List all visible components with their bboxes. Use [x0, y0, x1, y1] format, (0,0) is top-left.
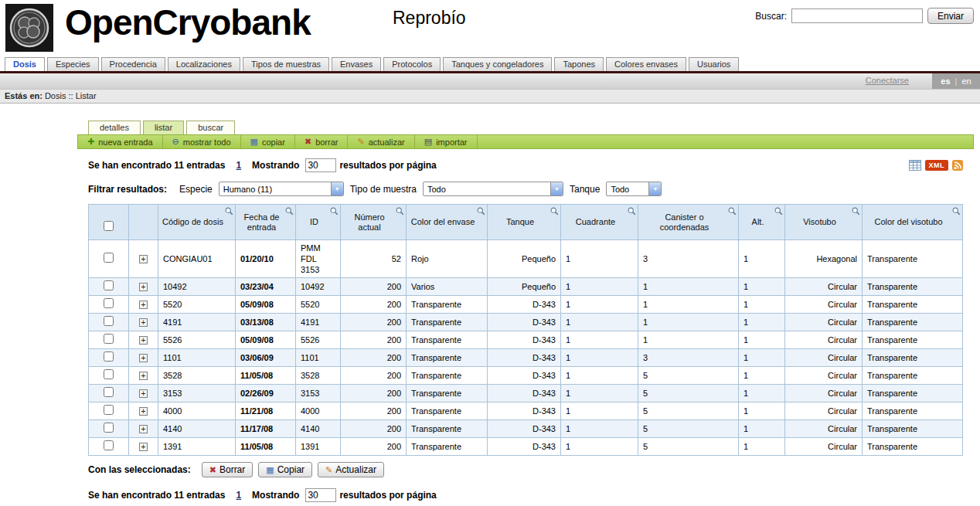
- column-header-codigo[interactable]: Código de dosis: [158, 205, 236, 240]
- select-all-header-cell: [89, 205, 129, 240]
- column-label: Fecha de entrada: [244, 212, 280, 232]
- rss-feed-icon[interactable]: [952, 160, 963, 171]
- borrar-selected-button[interactable]: ✖Borrar: [202, 462, 254, 477]
- expand-row-button[interactable]: +: [139, 255, 148, 263]
- tab-procedencia[interactable]: Procedencia: [101, 57, 165, 71]
- expand-row-button[interactable]: +: [139, 283, 148, 291]
- column-search-icon[interactable]: [330, 207, 339, 216]
- tab-protocolos[interactable]: Protocolos: [383, 57, 441, 71]
- row-checkbox[interactable]: [104, 298, 114, 308]
- per-page-input[interactable]: [305, 488, 336, 502]
- login-link[interactable]: Conectarse: [866, 76, 909, 85]
- expand-row-button[interactable]: +: [139, 354, 148, 362]
- column-header-tanque[interactable]: Tanque: [488, 205, 561, 240]
- lang-es-link[interactable]: es: [941, 76, 950, 86]
- subtab-detalles[interactable]: detalles: [88, 121, 141, 134]
- expand-row-button[interactable]: +: [139, 336, 148, 345]
- lang-en-link[interactable]: en: [961, 76, 971, 86]
- tab-envases[interactable]: Envases: [332, 57, 381, 71]
- subtab-buscar[interactable]: buscar: [186, 121, 235, 134]
- toolbar-borrar-button[interactable]: ✖borrar: [295, 135, 349, 148]
- per-page-input[interactable]: [305, 158, 336, 172]
- tab-especies[interactable]: Especies: [47, 57, 99, 71]
- row-checkbox[interactable]: [104, 316, 114, 326]
- expand-row-button[interactable]: +: [139, 318, 148, 327]
- expand-row-button[interactable]: +: [139, 372, 148, 380]
- button-label: Actualizar: [335, 464, 376, 475]
- column-search-icon[interactable]: [550, 207, 559, 216]
- column-search-icon[interactable]: [774, 207, 783, 216]
- cell-alt: 1: [739, 240, 785, 278]
- tanque-select[interactable]: Todo ▼: [606, 182, 662, 196]
- toolbar-actualizar-button[interactable]: ✎actualizar: [348, 135, 414, 148]
- column-header-canister[interactable]: Canister o coordenadas: [638, 205, 739, 240]
- column-header-color_visotubo[interactable]: Color del visotubo: [863, 205, 963, 240]
- cell-id: 5520: [296, 296, 341, 314]
- column-header-numero[interactable]: Número actual: [341, 205, 407, 240]
- expand-row-button[interactable]: +: [139, 301, 148, 309]
- row-checkbox[interactable]: [104, 405, 114, 415]
- column-search-icon[interactable]: [728, 207, 737, 216]
- row-checkbox[interactable]: [104, 334, 114, 344]
- column-header-id[interactable]: ID: [296, 205, 341, 240]
- subtab-listar[interactable]: listar: [143, 121, 184, 134]
- expand-row-button[interactable]: +: [139, 407, 148, 416]
- search-submit-button[interactable]: Enviar: [927, 8, 974, 24]
- tipo-muestra-select[interactable]: Todo ▼: [423, 182, 563, 196]
- page-number-link[interactable]: 1: [236, 160, 241, 171]
- row-checkbox[interactable]: [104, 440, 114, 450]
- column-header-cuadrante[interactable]: Cuadrante: [561, 205, 638, 240]
- row-checkbox[interactable]: [104, 423, 114, 433]
- tab-dosis[interactable]: Dosis: [5, 57, 45, 71]
- row-checkbox[interactable]: [104, 351, 114, 362]
- cell-visotubo: Circular: [785, 385, 863, 402]
- copiar-selected-button[interactable]: ▦Copiar: [258, 462, 312, 477]
- row-checkbox-cell: [89, 420, 129, 438]
- column-search-icon[interactable]: [396, 207, 404, 216]
- tab-tipos-de-muestras[interactable]: Tipos de muestras: [243, 57, 329, 71]
- tab-usuarios[interactable]: Usuarios: [689, 57, 739, 71]
- page-number-link[interactable]: 1: [236, 490, 241, 501]
- column-header-fecha[interactable]: Fecha de entrada: [236, 205, 296, 240]
- select-all-checkbox[interactable]: [104, 221, 114, 231]
- column-header-alt[interactable]: Alt.: [739, 205, 785, 240]
- table-view-icon[interactable]: [909, 160, 921, 171]
- actualizar-selected-button[interactable]: ✎Actualizar: [318, 462, 384, 477]
- main-nav: DosisEspeciesProcedenciaLocalizacionesTi…: [0, 57, 980, 73]
- cell-fecha: 11/05/08: [236, 367, 296, 385]
- tab-tanques-y-congeladores[interactable]: Tanques y congeladores: [443, 57, 552, 71]
- especie-select[interactable]: Humano (11) ▼: [219, 182, 344, 196]
- cell-numero: 200: [341, 349, 407, 367]
- cell-color_envase: Transparente: [407, 367, 488, 385]
- toolbar-nueva-entrada-button[interactable]: ✚nueva entrada: [78, 135, 163, 148]
- tab-localizaciones[interactable]: Localizaciones: [168, 57, 240, 71]
- cell-visotubo: Circular: [785, 402, 863, 420]
- column-search-icon[interactable]: [225, 207, 233, 216]
- cell-visotubo: Circular: [785, 314, 863, 331]
- toolbar-copiar-button[interactable]: ▦copiar: [241, 135, 295, 148]
- expand-row-button[interactable]: +: [139, 389, 148, 398]
- tab-tapones[interactable]: Tapones: [554, 57, 604, 71]
- row-checkbox[interactable]: [104, 387, 114, 397]
- xml-export-icon[interactable]: XML: [925, 160, 949, 171]
- row-checkbox[interactable]: [104, 280, 114, 290]
- tab-colores-envases[interactable]: Colores envases: [606, 57, 686, 71]
- column-search-icon[interactable]: [852, 207, 860, 216]
- column-header-color_envase[interactable]: Color del envase: [407, 205, 488, 240]
- row-checkbox[interactable]: [104, 253, 114, 263]
- toolbar-importar-button[interactable]: ▤importar: [415, 135, 478, 148]
- expand-row-button[interactable]: +: [139, 443, 148, 451]
- expand-row-button[interactable]: +: [139, 425, 148, 433]
- column-header-visotubo[interactable]: Visotubo: [785, 205, 863, 240]
- cell-alt: 1: [739, 314, 785, 331]
- column-label: Canister o coordenadas: [660, 212, 709, 232]
- cell-color_envase: Transparente: [407, 438, 488, 456]
- search-input[interactable]: [791, 8, 923, 23]
- column-search-icon[interactable]: [285, 207, 294, 216]
- row-checkbox[interactable]: [104, 369, 114, 379]
- column-search-icon[interactable]: [477, 207, 485, 216]
- results-count: Se han encontrado 11 entradas: [88, 160, 225, 171]
- toolbar-mostrar-todo-button[interactable]: ⊖mostrar todo: [163, 135, 241, 148]
- column-search-icon[interactable]: [628, 207, 636, 216]
- column-search-icon[interactable]: [952, 207, 961, 216]
